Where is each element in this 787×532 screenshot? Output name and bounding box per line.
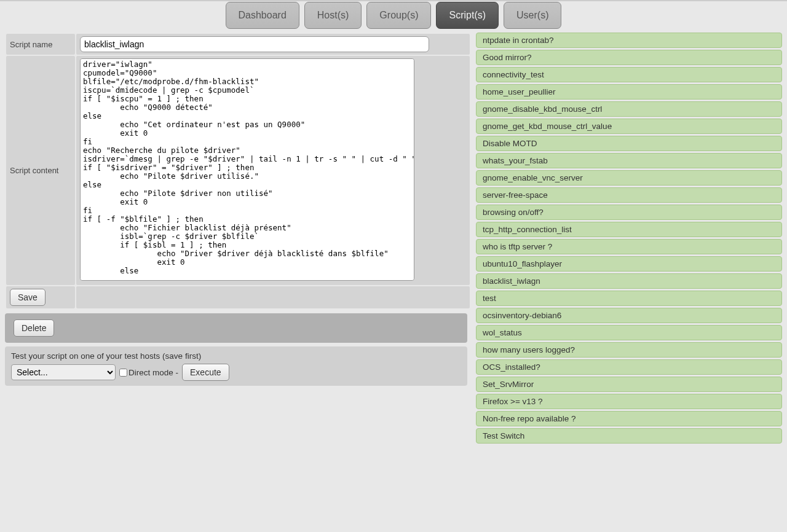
script-item[interactable]: gnome_get_kbd_mouse_ctrl_value (476, 119, 782, 134)
script-item[interactable]: ubuntu10_flashplayer (476, 256, 782, 272)
direct-mode-wrapper[interactable]: Direct mode - (119, 368, 178, 377)
main-tabs: DashboardHost(s)Group(s)Script(s)User(s) (0, 1, 787, 33)
save-button[interactable]: Save (10, 289, 45, 306)
script-item[interactable]: Disable MOTD (476, 136, 782, 151)
script-item[interactable]: OCS_installed? (476, 359, 782, 375)
script-item[interactable]: whats_your_fstab (476, 153, 782, 168)
script-item[interactable]: wol_status (476, 325, 782, 340)
script-item[interactable]: tcp_http_connection_list (476, 222, 782, 237)
test-panel: Test your script on one of your test hos… (5, 346, 467, 386)
script-item[interactable]: ntpdate in crontab? (476, 33, 782, 48)
script-item[interactable]: test (476, 291, 782, 306)
delete-panel: Delete (5, 313, 467, 343)
script-name-label: Script name (6, 34, 75, 55)
script-item[interactable]: Set_SrvMirror (476, 377, 782, 392)
direct-mode-label: Direct mode - (129, 368, 178, 377)
execute-button[interactable]: Execute (182, 364, 229, 381)
script-item[interactable]: connectivity_test (476, 67, 782, 82)
script-item[interactable]: home_user_peullier (476, 84, 782, 100)
script-item[interactable]: how many users logged? (476, 342, 782, 358)
delete-button[interactable]: Delete (14, 319, 54, 337)
direct-mode-checkbox[interactable] (119, 369, 127, 377)
tab-user-s-[interactable]: User(s) (504, 2, 561, 29)
tab-group-s-[interactable]: Group(s) (366, 2, 431, 29)
script-form: Script name Script content Save (5, 33, 471, 310)
tab-host-s-[interactable]: Host(s) (304, 2, 362, 29)
script-list: ntpdate in crontab?Good mirror?connectiv… (476, 33, 782, 444)
script-item[interactable]: ocsinventory-debian6 (476, 308, 782, 323)
script-content-label: Script content (6, 56, 75, 285)
script-item[interactable]: Non-free repo available ? (476, 411, 782, 426)
script-content-textarea[interactable] (80, 58, 414, 281)
host-select[interactable]: Select... (11, 364, 116, 380)
script-item[interactable]: Good mirror? (476, 50, 782, 65)
script-item[interactable]: Firefox >= v13 ? (476, 394, 782, 409)
test-caption: Test your script on one of your test hos… (11, 351, 461, 361)
tab-script-s-[interactable]: Script(s) (436, 2, 499, 29)
script-item[interactable]: gnome_enable_vnc_server (476, 170, 782, 186)
script-name-input[interactable] (80, 36, 429, 52)
script-item[interactable]: Test Switch (476, 428, 782, 444)
tab-dashboard[interactable]: Dashboard (226, 2, 299, 29)
script-item[interactable]: blacklist_iwlagn (476, 273, 782, 289)
script-item[interactable]: browsing on/off? (476, 205, 782, 220)
script-item[interactable]: gnome_disable_kbd_mouse_ctrl (476, 101, 782, 117)
script-item[interactable]: server-free-space (476, 187, 782, 203)
script-item[interactable]: who is tftp server ? (476, 239, 782, 254)
